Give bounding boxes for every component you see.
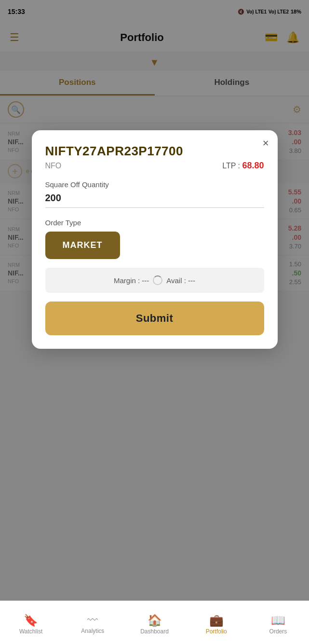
- margin-label: Margin : ---: [114, 276, 149, 285]
- watchlist-icon: 🔖: [24, 615, 38, 626]
- dashboard-icon: 🏠: [148, 615, 162, 626]
- quantity-input[interactable]: [45, 191, 264, 208]
- avail-label: Avail : ---: [166, 276, 195, 285]
- margin-info-bar: Margin : --- Avail : ---: [45, 268, 264, 293]
- nav-portfolio[interactable]: 💼 Portfolio: [186, 601, 247, 644]
- loading-spinner: [153, 275, 162, 285]
- analytics-label: Analytics: [81, 628, 104, 634]
- exchange-label: NFO: [45, 162, 62, 170]
- instrument-name: NIFTY27APR23P17700: [45, 144, 264, 159]
- portfolio-icon: 💼: [209, 615, 224, 626]
- bottom-nav: 🔖 Watchlist 〰 Analytics 🏠 Dashboard 💼 Po…: [0, 601, 309, 644]
- nav-watchlist[interactable]: 🔖 Watchlist: [0, 601, 62, 644]
- orders-label: Orders: [269, 628, 287, 635]
- nav-analytics[interactable]: 〰 Analytics: [62, 601, 123, 644]
- modal-close-button[interactable]: ×: [263, 138, 269, 149]
- orders-icon: 📖: [271, 615, 285, 626]
- square-off-label: Square Off Quantity: [45, 180, 264, 189]
- portfolio-label: Portfolio: [206, 628, 227, 635]
- analytics-icon: 〰: [87, 615, 98, 626]
- market-order-button[interactable]: MARKET: [45, 232, 120, 259]
- order-type-label: Order Type: [45, 219, 264, 227]
- modal-meta-row: NFO LTP : 68.80: [45, 161, 264, 171]
- submit-button[interactable]: Submit: [45, 301, 264, 335]
- ltp-label: LTP :: [222, 162, 240, 170]
- ltp-value: 68.80: [242, 161, 264, 170]
- ltp-container: LTP : 68.80: [222, 161, 264, 171]
- nav-dashboard[interactable]: 🏠 Dashboard: [123, 601, 185, 644]
- square-off-modal: × NIFTY27APR23P17700 NFO LTP : 68.80 Squ…: [32, 130, 278, 349]
- watchlist-label: Watchlist: [19, 628, 42, 635]
- dashboard-label: Dashboard: [140, 628, 169, 635]
- nav-orders[interactable]: 📖 Orders: [247, 601, 309, 644]
